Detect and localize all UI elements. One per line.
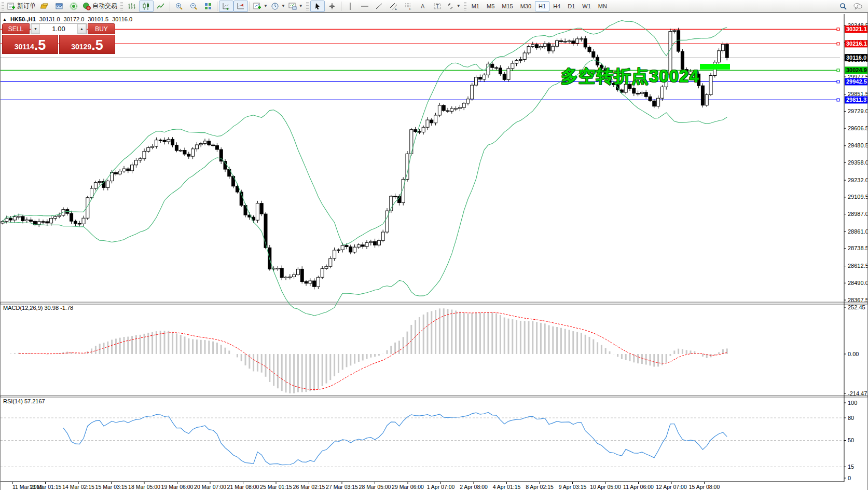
time-tick-label: 21 Mar 08:00 [227, 484, 259, 490]
candlestick-icon [142, 2, 150, 10]
sell-price[interactable]: 30114.5 [2, 35, 58, 54]
time-tick-label: 8 Apr 02:15 [526, 484, 554, 490]
buy-button[interactable]: BUY [88, 23, 115, 34]
candlestick-mode-button[interactable] [139, 1, 154, 12]
highlight-bar [700, 64, 730, 70]
line-chart-mode-button[interactable] [154, 1, 168, 12]
toolbar-separator [170, 2, 170, 11]
equidistant-channel-button[interactable]: E [387, 1, 401, 12]
timeframe-button-H4[interactable]: H4 [549, 1, 564, 11]
timeframe-button-M15[interactable]: M15 [498, 1, 516, 11]
text-label-button[interactable]: T [430, 1, 445, 12]
volume-stepper: ▼ 1.00 ▲ [31, 23, 87, 34]
timeframe-button-M1[interactable]: M1 [468, 1, 483, 11]
panel-separator [1, 302, 867, 304]
time-tick-label: 28 Mar 05:00 [359, 484, 391, 490]
price-level-label-text: 30216.1 [846, 40, 867, 47]
chat-button[interactable] [850, 1, 865, 12]
timeframe-button-W1[interactable]: W1 [578, 1, 595, 11]
market-watch-button[interactable] [37, 1, 52, 12]
data-window-icon [55, 2, 63, 10]
volume-decrease-button[interactable]: ▼ [31, 24, 40, 34]
indicators-icon [253, 2, 261, 10]
svg-text:F: F [409, 7, 411, 10]
volume-value[interactable]: 1.00 [40, 24, 77, 34]
toolbar-grip[interactable] [306, 2, 309, 10]
horizontal-line-button[interactable] [357, 1, 372, 12]
collapse-panel-icon[interactable]: ▲ [3, 17, 7, 22]
tile-windows-button[interactable] [201, 1, 215, 12]
svg-text:T: T [436, 4, 439, 9]
clock-icon [271, 2, 279, 10]
line-handle [837, 28, 839, 31]
cursor-icon [313, 2, 322, 10]
horizontal-line-icon [361, 2, 369, 10]
toolbar-grip[interactable] [464, 2, 466, 10]
price-level-label-text: 30116.0 [846, 55, 866, 61]
price-tick-label: 29109.5 [848, 194, 867, 200]
crosshair-button[interactable] [325, 1, 339, 12]
text-label-icon: T [433, 2, 442, 10]
time-tick-label: 1 Apr 07:00 [427, 484, 455, 490]
toolbar: 新订单 [0, 0, 868, 12]
rsi-tick-label: 50 [848, 437, 854, 443]
autotrading-button[interactable]: 自动交易 [81, 1, 119, 12]
zoom-in-button[interactable] [172, 1, 186, 12]
vertical-line-button[interactable] [343, 1, 357, 12]
new-order-button[interactable]: 新订单 [6, 1, 37, 12]
chart-shift-icon [237, 2, 245, 10]
equidistant-channel-icon: E [390, 2, 398, 10]
community-icon [70, 2, 78, 10]
chart-canvas[interactable]: 30348.530226.030100.029977.529851.529729… [1, 13, 867, 490]
text-button[interactable]: A [416, 1, 430, 12]
timeframe-button-MN[interactable]: MN [595, 1, 611, 11]
timeframe-button-H1[interactable]: H1 [535, 1, 549, 11]
trendline-button[interactable] [372, 1, 387, 12]
rsi-line [63, 412, 727, 465]
price-tick-label: 28612.5 [848, 263, 867, 269]
chart-shift-button[interactable] [233, 1, 248, 12]
search-button[interactable] [836, 1, 850, 12]
price-level-label-text: 29942.5 [846, 78, 867, 85]
chart-annotation[interactable]: 多空转折点30024 [561, 65, 699, 88]
timeframe-button-M30[interactable]: M30 [517, 1, 535, 11]
time-tick-label: 18 Mar 05:00 [128, 484, 160, 490]
crosshair-icon [328, 2, 336, 10]
line-handle [837, 43, 839, 45]
price-tick-label: 29729.0 [848, 108, 867, 114]
community-button[interactable] [66, 1, 81, 12]
tile-windows-icon [204, 2, 212, 10]
buy-price[interactable]: 30129.5 [59, 35, 115, 54]
sell-button[interactable]: SELL [2, 23, 30, 34]
new-order-label: 新订单 [17, 2, 36, 10]
sell-price-fraction: .5 [34, 38, 46, 52]
macd-tick-label: 252.45 [848, 304, 865, 310]
bollinger-lower-band [3, 60, 727, 316]
toolbar-grip[interactable] [2, 2, 4, 10]
data-window-button[interactable] [52, 1, 66, 12]
market-watch-icon [40, 2, 49, 10]
periods-dropdown-button[interactable]: ▼ [269, 1, 287, 12]
volume-increase-button[interactable]: ▲ [77, 24, 86, 34]
time-tick-label: 29 Mar 06:00 [392, 484, 424, 490]
toolbar-grip[interactable] [120, 2, 123, 10]
bar-chart-mode-button[interactable] [125, 1, 139, 12]
fibonacci-button[interactable]: F [401, 1, 416, 12]
high-value: 30172.0 [64, 16, 85, 22]
timeframe-button-D1[interactable]: D1 [564, 1, 578, 11]
vertical-line-icon [346, 2, 354, 10]
indicators-dropdown-button[interactable]: ▼ [252, 1, 269, 12]
panel-separator [1, 396, 867, 397]
templates-dropdown-button[interactable]: ▼ [287, 1, 305, 12]
auto-scroll-button[interactable] [219, 1, 233, 12]
zoom-out-button[interactable] [186, 1, 201, 12]
time-tick-label: 4 Apr 01:15 [493, 484, 521, 490]
time-tick-label: 12 Apr 07:00 [656, 484, 687, 490]
time-tick-label: 19 Mar 06:00 [161, 484, 194, 490]
timeframe-button-M5[interactable]: M5 [483, 1, 498, 11]
svg-text:E: E [395, 7, 397, 10]
price-tick-label: 28738.5 [848, 245, 867, 251]
cursor-button[interactable] [310, 1, 325, 12]
close-value: 30116.0 [112, 16, 132, 22]
shapes-dropdown-button[interactable]: ▼ [445, 1, 462, 12]
